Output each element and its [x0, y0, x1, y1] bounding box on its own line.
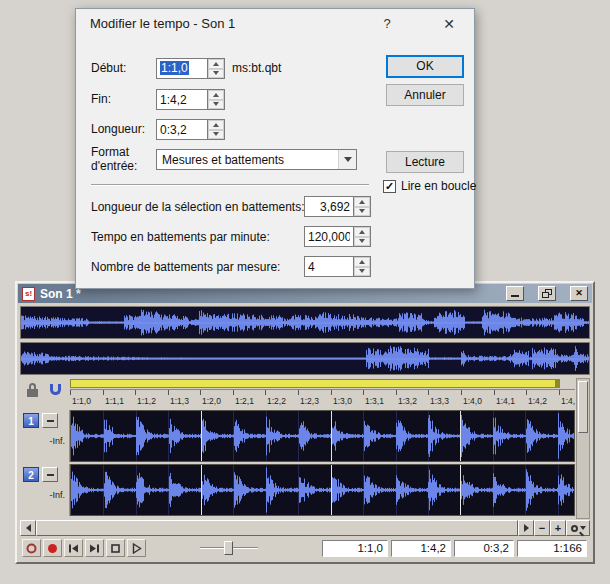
combo-dropdown-zone[interactable] — [338, 150, 356, 169]
selection-length-spinner[interactable] — [354, 196, 371, 217]
zoom-in-button[interactable]: + — [550, 520, 566, 536]
status-selection-start[interactable]: 1:1,0 — [322, 540, 388, 557]
tempo-spinner[interactable] — [354, 226, 371, 247]
play-button[interactable] — [127, 539, 146, 557]
track-minimize-button[interactable] — [42, 413, 58, 428]
ruler-tick-label: 1:2,3 — [300, 396, 319, 406]
ruler-tickmark — [298, 390, 299, 395]
close-window-button[interactable]: ✕ — [570, 286, 588, 301]
zoom-out-button[interactable]: − — [534, 520, 550, 536]
go-to-start-icon — [67, 542, 80, 555]
ruler-tickmark — [135, 390, 136, 395]
dialog-titlebar[interactable]: Modifier le tempo - Son 1 ? ✕ — [76, 9, 474, 39]
status-boxes: 1:1,0 1:4,2 0:3,2 1:166 — [322, 540, 587, 557]
longueur-spinner[interactable] — [208, 119, 225, 140]
ruler-tick-label: 1:1,2 — [137, 396, 156, 406]
longueur-input[interactable] — [156, 119, 208, 140]
debut-value: 1:1,0 — [160, 61, 189, 75]
tempo-input[interactable] — [304, 226, 354, 247]
track-number-badge[interactable]: 2 — [23, 467, 39, 482]
track-canvas-1 — [71, 411, 574, 461]
scroll-right-button[interactable] — [518, 520, 534, 536]
debut-input[interactable]: 1:1,0 — [156, 58, 208, 79]
track-waveform-1[interactable] — [70, 410, 575, 462]
track-minimize-button[interactable] — [42, 467, 58, 482]
close-dialog-button[interactable]: ✕ — [434, 9, 464, 39]
track-number-badge[interactable]: 1 — [23, 413, 39, 428]
spin-up-icon[interactable] — [208, 90, 224, 100]
dialog-title: Modifier le tempo - Son 1 — [90, 9, 235, 39]
spin-down-icon[interactable] — [208, 130, 224, 140]
status-zoom-ratio[interactable]: 1:166 — [517, 540, 587, 557]
ruler-tick-label: 1:3,0 — [333, 396, 352, 406]
track-gain-label[interactable]: -Inf. — [49, 436, 65, 446]
ruler-tick-strip[interactable]: 1:1,01:1,11:1,21:1,31:2,01:2,11:2,21:2,3… — [70, 389, 575, 409]
format-label-line1: Format — [91, 145, 129, 159]
fin-input[interactable] — [156, 89, 208, 110]
record-button[interactable] — [43, 539, 62, 557]
spin-down-icon[interactable] — [354, 207, 370, 217]
beats-per-measure-spinner[interactable] — [354, 256, 371, 277]
spin-up-icon[interactable] — [208, 120, 224, 130]
horizontal-scroll-row: − + — [20, 520, 590, 536]
track-gain-label[interactable]: -Inf. — [49, 490, 65, 500]
spin-down-icon[interactable] — [354, 237, 370, 247]
ruler-tickmark — [103, 390, 104, 395]
time-ruler[interactable]: 1:1,01:1,11:1,21:1,31:2,01:2,11:2,21:2,3… — [70, 378, 575, 409]
beats-per-measure-input[interactable] — [304, 256, 354, 277]
scroll-left-button[interactable] — [20, 520, 36, 536]
ruler-tick-label: 1:1,0 — [72, 396, 91, 406]
loop-checkbox[interactable]: ✓ — [383, 180, 396, 193]
cancel-button[interactable]: Annuler — [386, 84, 464, 106]
status-selection-length[interactable]: 0:3,2 — [454, 540, 514, 557]
snap-magnet-icon[interactable] — [50, 384, 61, 395]
loop-checkbox-label[interactable]: Lire en boucle — [401, 179, 476, 193]
left-arrow-icon — [26, 524, 31, 532]
unit-label: ms:bt.qbt — [232, 61, 281, 75]
record-remote-button[interactable] — [22, 539, 41, 557]
go-to-start-button[interactable] — [64, 539, 83, 557]
spin-down-icon[interactable] — [354, 267, 370, 277]
selection-bar[interactable] — [70, 379, 560, 388]
horizontal-scrollbar-thumb[interactable] — [36, 520, 518, 536]
spin-down-icon[interactable] — [208, 69, 224, 79]
status-selection-end[interactable]: 1:4,2 — [391, 540, 451, 557]
spin-up-icon[interactable] — [354, 227, 370, 237]
stop-button[interactable] — [106, 539, 125, 557]
ruler-tickmark — [428, 390, 429, 395]
slider-handle[interactable] — [224, 541, 233, 555]
ok-button[interactable]: OK — [386, 55, 464, 78]
fin-spinner[interactable] — [208, 89, 225, 110]
vertical-scrollbar[interactable] — [576, 378, 590, 519]
overview-canvas-left — [21, 307, 589, 338]
ruler-tickmark — [559, 390, 560, 395]
chevron-down-icon — [344, 157, 352, 162]
spin-up-icon[interactable] — [354, 197, 370, 207]
spin-up-icon[interactable] — [354, 257, 370, 267]
track-waveform-2[interactable] — [70, 464, 575, 516]
spin-up-icon[interactable] — [208, 59, 224, 69]
selection-length-input[interactable] — [304, 196, 354, 217]
format-combobox[interactable]: Mesures et battements — [156, 149, 357, 170]
transport-bar: 1:1,0 1:4,2 0:3,2 1:166 — [20, 538, 590, 558]
debut-spinner[interactable] — [208, 58, 225, 79]
play-preview-button[interactable]: Lecture — [386, 151, 464, 173]
play-icon — [130, 542, 143, 555]
minimize-icon — [511, 295, 519, 297]
help-button[interactable]: ? — [372, 9, 402, 39]
overview-waveform-left[interactable] — [20, 306, 590, 339]
right-arrow-icon — [524, 524, 529, 532]
overview-waveform-right[interactable] — [20, 342, 590, 375]
ruler-tickmark — [200, 390, 201, 395]
spin-down-icon[interactable] — [208, 100, 224, 110]
ruler-tickmark — [233, 390, 234, 395]
vertical-scrollbar-thumb[interactable] — [578, 381, 588, 433]
restore-button[interactable] — [538, 286, 556, 301]
minimize-button[interactable] — [506, 286, 524, 301]
go-to-end-button[interactable] — [85, 539, 104, 557]
selection-end-marker[interactable] — [555, 379, 560, 388]
magnify-tool-button[interactable] — [566, 520, 590, 536]
document-icon: s! — [22, 287, 35, 301]
sound-data-window: s! Son 1 * ✕ 1:1,01:1,11:1,21:1,31:2,01:… — [15, 281, 595, 564]
playback-speed-slider[interactable] — [200, 540, 258, 556]
